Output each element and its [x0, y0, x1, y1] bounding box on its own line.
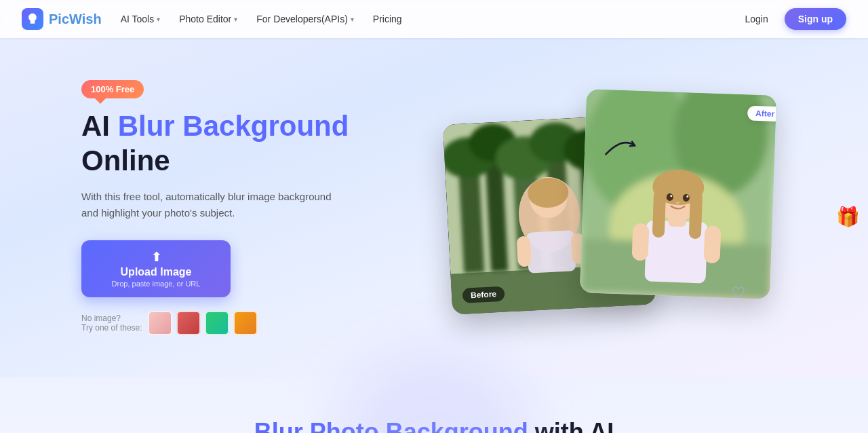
svg-point-0 [30, 16, 32, 18]
hero-title: AI Blur Background Online [81, 109, 407, 178]
upload-btn-label: Upload Image [121, 266, 192, 278]
logo-icon [22, 8, 43, 30]
login-button[interactable]: Login [736, 10, 776, 29]
upload-button[interactable]: ⬆ Upload Image Drop, paste image, or URL [81, 240, 231, 297]
nav-item-pricing[interactable]: Pricing [373, 14, 402, 24]
demo-card-after: After [580, 89, 776, 299]
arrow-decoration [601, 130, 639, 168]
navbar: PicWish AI Tools ▾ Photo Editor ▾ For De… [0, 0, 868, 38]
sample-label: No image? Try one of these: [81, 314, 142, 333]
sample-thumb-4[interactable] [233, 311, 258, 335]
heart-decoration: ♡ [731, 284, 746, 303]
chevron-down-icon: ▾ [234, 16, 237, 23]
hero-left: 100% Free AI Blur Background Online With… [81, 80, 407, 335]
sample-thumbs [148, 311, 258, 335]
sample-images: No image? Try one of these: [81, 311, 407, 335]
logo-svg [26, 12, 39, 26]
demo-container: Before [448, 92, 773, 323]
nav-right: Login Sign up [736, 8, 846, 30]
after-image: After [580, 89, 776, 299]
upload-icon: ⬆ [151, 250, 161, 265]
svg-rect-32 [652, 190, 666, 238]
svg-rect-18 [526, 230, 576, 274]
after-badge: After [747, 106, 776, 122]
second-section: Blur Photo Background with AI Blur image… [0, 377, 868, 433]
free-badge: 100% Free [81, 80, 144, 98]
logo[interactable]: PicWish [22, 8, 102, 30]
hero-description: With this free tool, automatically blur … [81, 189, 339, 221]
svg-rect-28 [703, 225, 721, 263]
after-bg [580, 89, 776, 299]
nav-left: PicWish AI Tools ▾ Photo Editor ▾ For De… [22, 8, 402, 30]
sample-thumb-1[interactable] [148, 311, 172, 335]
upload-btn-sublabel: Drop, paste image, or URL [112, 280, 201, 288]
sample-thumb-3[interactable] [205, 311, 229, 335]
svg-rect-33 [689, 191, 703, 240]
hero-right: Before [407, 92, 814, 323]
svg-rect-27 [632, 223, 650, 261]
logo-text: PicWish [49, 12, 102, 27]
chevron-down-icon: ▾ [351, 16, 354, 23]
svg-rect-19 [517, 236, 532, 267]
chevron-down-icon: ▾ [157, 16, 160, 23]
nav-item-photo-editor[interactable]: Photo Editor ▾ [179, 14, 237, 24]
sample-thumb-2[interactable] [176, 311, 201, 335]
gift-icon[interactable]: 🎁 [836, 206, 860, 228]
signup-button[interactable]: Sign up [785, 8, 846, 30]
before-badge: Before [462, 286, 505, 303]
nav-item-developers[interactable]: For Developers(APIs) ▾ [256, 14, 354, 24]
hero-section: 100% Free AI Blur Background Online With… [0, 38, 868, 377]
nav-item-ai-tools[interactable]: AI Tools ▾ [121, 14, 161, 24]
